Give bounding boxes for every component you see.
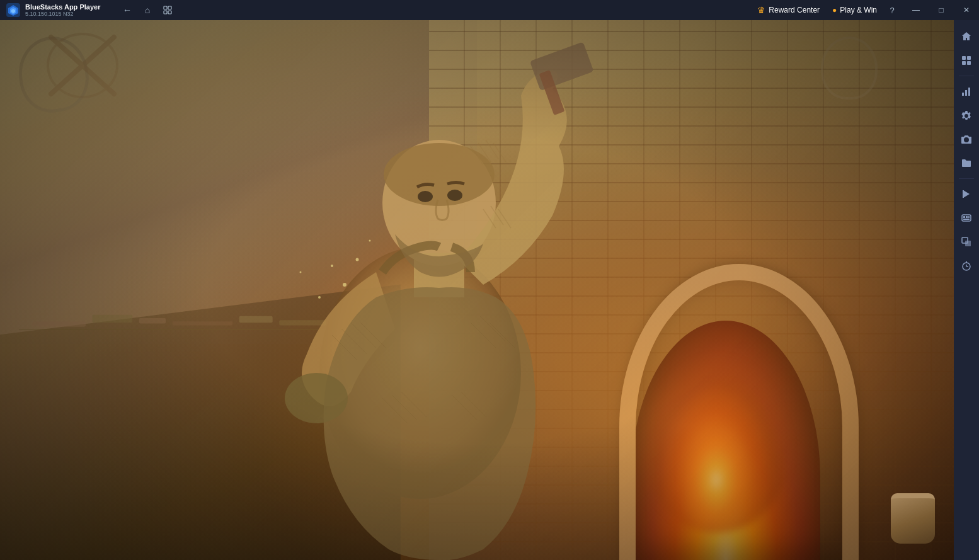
main-content [0, 20, 954, 560]
sidebar-apps-button[interactable] [955, 49, 978, 72]
reward-center-label: Reward Center [769, 6, 820, 14]
app-version: 5.10.150.1015 N32 [25, 11, 100, 17]
sidebar-multiinstance-button[interactable] [955, 231, 978, 253]
svg-rect-67 [965, 241, 971, 246]
crossed-weapons [38, 31, 127, 113]
svg-rect-53 [967, 56, 971, 60]
bluestacks-logo [6, 3, 20, 17]
sidebar-macro-button[interactable] [955, 183, 978, 205]
game-background [0, 20, 954, 560]
back-button[interactable]: ← [118, 1, 136, 19]
right-shield [821, 37, 878, 100]
maximize-button[interactable]: □ [929, 0, 954, 20]
sidebar-timer-button[interactable] [955, 254, 978, 277]
sidebar-keymapping-button[interactable] [955, 207, 978, 229]
svg-rect-65 [963, 219, 970, 220]
svg-rect-13 [139, 318, 166, 323]
bucket [891, 493, 935, 544]
svg-rect-56 [962, 93, 964, 96]
app-logo-area: BlueStacks App Player 5.10.150.1015 N32 [0, 3, 113, 17]
svg-rect-15 [239, 316, 273, 323]
window-controls: — □ ✕ [903, 0, 979, 20]
svg-rect-52 [962, 56, 966, 60]
sidebar-camera-button[interactable] [955, 128, 978, 151]
home-button[interactable]: ⌂ [139, 1, 156, 19]
svg-rect-5 [168, 6, 171, 9]
app-title: BlueStacks App Player [25, 3, 100, 11]
svg-rect-4 [164, 6, 167, 9]
sidebar-stats-button[interactable] [955, 80, 978, 103]
svg-rect-14 [173, 321, 232, 325]
nav-buttons: ← ⌂ [113, 1, 181, 19]
svg-rect-63 [966, 216, 968, 218]
svg-rect-57 [965, 90, 967, 96]
play-win-label: Play & Win [840, 6, 877, 14]
tools-on-bench [19, 301, 353, 355]
crown-icon: ♛ [757, 5, 765, 15]
sidebar-divider-2 [959, 178, 974, 179]
svg-rect-64 [968, 216, 970, 218]
tab-button[interactable] [159, 1, 176, 19]
svg-rect-58 [968, 88, 970, 96]
sidebar-folder-button[interactable] [955, 152, 978, 174]
svg-rect-7 [168, 11, 171, 14]
sidebar-home-button[interactable] [955, 25, 978, 48]
right-sidebar [954, 20, 979, 560]
svg-marker-59 [963, 190, 970, 198]
game-canvas[interactable] [0, 20, 954, 560]
sidebar-settings-button[interactable] [955, 104, 978, 127]
svg-rect-16 [280, 320, 326, 325]
svg-rect-12 [93, 314, 133, 323]
play-win-icon: ● [832, 6, 837, 14]
minimize-button[interactable]: — [903, 0, 929, 20]
svg-line-36 [401, 392, 427, 417]
reward-center-button[interactable]: ♛ Reward Center [751, 3, 826, 18]
close-button[interactable]: ✕ [954, 0, 979, 20]
svg-rect-6 [164, 11, 167, 14]
titlebar: BlueStacks App Player 5.10.150.1015 N32 … [0, 0, 979, 20]
svg-rect-54 [962, 61, 966, 65]
play-win-button[interactable]: ● Play & Win [826, 3, 883, 17]
svg-rect-11 [32, 321, 86, 326]
help-button[interactable]: ? [883, 1, 901, 19]
sidebar-divider-1 [959, 76, 974, 76]
svg-rect-62 [963, 216, 965, 218]
svg-rect-55 [967, 61, 971, 65]
